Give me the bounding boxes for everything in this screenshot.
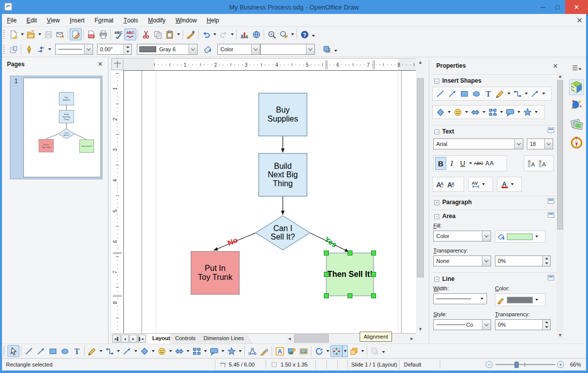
vertical-ruler[interactable]: 12345678 <box>111 70 123 333</box>
arrow-icon[interactable] <box>35 345 47 357</box>
line-dialog-launcher-icon[interactable] <box>548 275 554 280</box>
symbol-shapes-icon[interactable] <box>452 106 464 118</box>
toolbar-overflow-dropdown[interactable] <box>381 346 386 358</box>
zoom-slider-thumb[interactable] <box>514 362 519 368</box>
page-thumbnail[interactable]: 1 BuySuppliesBuildNext BigThingCan ISell… <box>10 76 102 179</box>
flowchart-dropdown[interactable] <box>202 345 208 357</box>
line-icon[interactable] <box>23 345 35 357</box>
close-document-icon[interactable]: ✕ <box>575 16 584 25</box>
hyperlink-icon[interactable] <box>250 28 262 40</box>
arrange-dropdown[interactable] <box>360 345 365 357</box>
zoom-slider[interactable] <box>495 364 555 365</box>
font-size-select[interactable]: 18 <box>527 138 553 149</box>
area-style-icon[interactable] <box>201 43 213 55</box>
line-width-input[interactable]: 0.00" <box>97 44 132 55</box>
scroll-up-icon[interactable]: ▲ <box>416 58 424 66</box>
stars-icon[interactable] <box>225 345 237 357</box>
selection-handle[interactable] <box>348 294 352 298</box>
email-icon[interactable] <box>54 28 66 40</box>
minimize-button[interactable]: ─ <box>535 0 550 14</box>
flowchart-dropdown[interactable] <box>498 106 504 118</box>
decrease-font-icon[interactable]: AA <box>445 178 456 191</box>
callouts-dropdown[interactable] <box>220 345 225 357</box>
flowchart-icon[interactable] <box>191 345 202 357</box>
flowchart-icon[interactable] <box>487 106 498 118</box>
save-icon[interactable] <box>42 28 54 40</box>
area-expander[interactable]: − <box>434 214 439 219</box>
zoom-out-icon[interactable]: − <box>486 361 492 368</box>
select-icon[interactable] <box>7 345 19 357</box>
menu-format[interactable]: Format <box>90 14 118 26</box>
line-style-select[interactable] <box>55 44 93 55</box>
help-icon[interactable]: ? <box>298 28 310 40</box>
horizontal-ruler[interactable]: 12345678 <box>123 58 416 70</box>
scroll-down-icon[interactable]: ▼ <box>416 325 424 333</box>
arrange-icon[interactable] <box>348 345 360 357</box>
basic-shapes-dropdown[interactable] <box>446 106 452 118</box>
autospellcheck-icon[interactable]: ABC <box>124 28 136 40</box>
selection-handle[interactable] <box>372 251 376 255</box>
gallery-tab-icon[interactable] <box>569 98 584 114</box>
connector-icon[interactable] <box>103 345 115 357</box>
symbol-shapes-dropdown[interactable] <box>168 345 173 357</box>
export-pdf-icon[interactable]: PDF <box>85 28 97 40</box>
tab-dimension-lines[interactable]: Dimension Lines <box>198 334 252 344</box>
basic-shapes-icon[interactable] <box>138 345 150 357</box>
line-color-dropdown[interactable] <box>535 299 538 301</box>
undo-dropdown[interactable] <box>212 28 217 40</box>
line-style-select[interactable]: Co <box>433 319 491 330</box>
menu-edit[interactable]: Edit <box>21 14 42 26</box>
case-button[interactable]: AA <box>484 157 495 170</box>
maximize-button[interactable]: □ <box>550 0 565 14</box>
freeform-dropdown[interactable] <box>506 88 511 100</box>
menu-file[interactable]: File <box>2 14 21 26</box>
menu-insert[interactable]: Insert <box>65 14 90 26</box>
bold-button[interactable]: B <box>435 157 446 170</box>
connector-icon[interactable] <box>511 88 523 100</box>
format-paintbrush-icon[interactable] <box>185 28 196 40</box>
decrease-spacing-icon[interactable]: A <box>537 157 548 170</box>
prev-page-button[interactable]: ◄ <box>121 335 129 343</box>
sidebar-menu-icon[interactable]: ☰ <box>572 64 583 72</box>
line-transparency-input[interactable]: 0% <box>495 319 551 330</box>
freeform-dropdown[interactable] <box>98 345 103 357</box>
arrow-style-dropdown[interactable] <box>47 43 52 55</box>
find-dropdown[interactable] <box>290 28 295 40</box>
text-dialog-launcher-icon[interactable] <box>548 127 554 133</box>
next-page-button[interactable]: ► <box>129 335 137 343</box>
text-expander[interactable]: − <box>434 129 439 134</box>
symbol-shapes-dropdown[interactable] <box>464 106 469 118</box>
edit-points-pen-icon[interactable] <box>23 43 35 55</box>
print-icon[interactable] <box>97 28 109 40</box>
stars-dropdown[interactable] <box>533 106 539 118</box>
italic-button[interactable]: I <box>446 157 457 170</box>
basic-shapes-dropdown[interactable] <box>150 345 156 357</box>
line-color-select[interactable]: Gray 6 <box>137 44 197 55</box>
lines-arrows-icon[interactable] <box>529 88 541 100</box>
zoom-in-icon[interactable]: + <box>557 361 564 368</box>
menu-help[interactable]: Help <box>202 14 224 26</box>
scroll-right-icon[interactable]: ► <box>408 334 416 344</box>
cut-icon[interactable] <box>140 28 152 40</box>
selection-handle[interactable] <box>324 294 329 298</box>
fill-color-select[interactable] <box>260 44 315 55</box>
edit-points-icon[interactable] <box>246 345 258 357</box>
rectangle-icon[interactable] <box>458 88 470 100</box>
close-button[interactable]: ✕ <box>565 0 588 14</box>
increase-spacing-icon[interactable]: A <box>526 157 537 170</box>
block-arrows-dropdown[interactable] <box>185 345 191 357</box>
strikethrough-button[interactable]: ABC <box>473 157 484 170</box>
font-color-icon[interactable]: A <box>499 178 510 191</box>
stars-dropdown[interactable] <box>237 345 243 357</box>
alignment-dropdown[interactable] <box>342 345 348 357</box>
menu-window[interactable]: Window <box>171 14 202 26</box>
toolbar-grip[interactable] <box>3 44 5 54</box>
ellipse-icon[interactable] <box>470 88 482 100</box>
arrow-icon[interactable] <box>446 88 458 100</box>
horizontal-scrollbar[interactable]: ◄ ► <box>286 334 416 344</box>
spellcheck-icon[interactable]: ABC <box>112 28 124 40</box>
line-width-select[interactable] <box>433 293 487 304</box>
fill-color-dropdown[interactable] <box>535 236 538 238</box>
transparency-value-input[interactable]: 0% <box>495 255 551 266</box>
line-icon[interactable] <box>434 88 446 100</box>
